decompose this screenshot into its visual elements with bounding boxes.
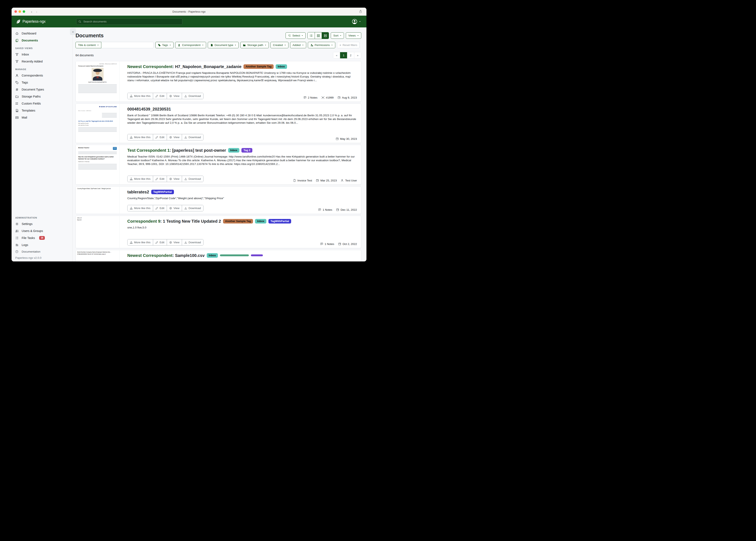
edit-button[interactable]: Edit (153, 93, 167, 99)
view-button[interactable]: View (167, 176, 182, 182)
close-window-button[interactable] (14, 10, 17, 13)
sidebar-item-templates[interactable]: Templates (12, 107, 72, 114)
sidebar-item-document-types[interactable]: Document Types (12, 86, 72, 93)
sidebar-item-mail[interactable]: Mail (12, 114, 72, 121)
recently-added-icon (15, 60, 19, 63)
select-button[interactable]: Select (286, 32, 306, 39)
sidebar-item-inbox[interactable]: Inbox (12, 51, 72, 58)
more-like-this-button[interactable]: More like this (128, 176, 153, 182)
download-button[interactable]: Download (182, 93, 203, 99)
document-title-link[interactable]: 1 Testing New Title Updated 2 (163, 219, 221, 224)
sort-button[interactable]: Sort (331, 32, 344, 39)
sidebar-item-users-groups[interactable]: Users & Groups (12, 228, 72, 235)
tag-inbox[interactable]: Inbox (228, 148, 240, 153)
document-title-link[interactable]: H7_Napoleon_Bonaparte_zadanie (175, 64, 241, 69)
close-icon: × (339, 44, 341, 47)
document-title-link[interactable]: 0004814539_20230531 (127, 107, 171, 111)
reset-filters-button[interactable]: × Reset filters (337, 42, 360, 48)
document-meta: Invoice TestMar 25, 2023Test User (293, 179, 357, 182)
edit-button[interactable]: Edit (153, 134, 167, 140)
user-menu[interactable] (352, 19, 361, 24)
browser-back-button[interactable]: ‹ (30, 10, 33, 14)
document-thumbnail[interactable]: HISTORIA - PRACA DLA CHĘTNYCHFrancja pod… (76, 61, 119, 102)
document-correspondent-link[interactable]: Test Correspondent 1 (127, 148, 170, 153)
edit-button[interactable]: Edit (153, 240, 167, 245)
filter-permissions-button[interactable]: Permissions (308, 42, 335, 48)
tag-item[interactable] (251, 255, 263, 256)
sidebar-item-custom-fields[interactable]: Custom Fields (12, 100, 72, 107)
view-button[interactable]: View (167, 205, 182, 211)
search-input[interactable] (83, 20, 180, 23)
pagination-previous[interactable]: « (333, 52, 340, 58)
filter-query-input[interactable] (101, 42, 154, 48)
pagination-page-2[interactable]: 2 (347, 52, 354, 58)
more-like-this-button[interactable]: More like this (128, 93, 153, 99)
document-thumbnail[interactable]: one,1.0five,5.0 (76, 216, 119, 248)
detail-view-button[interactable] (322, 32, 329, 39)
document-title-link[interactable]: [paperless] test post-owner (172, 148, 226, 153)
sidebar-item-dashboard[interactable]: Dashboard (12, 30, 72, 37)
tag-tagwithpartial[interactable]: TagWithPartial (151, 190, 174, 194)
filter-correspondent-button[interactable]: Correspondent (175, 42, 206, 48)
pagination-page-1[interactable]: 1 (340, 52, 347, 58)
brand[interactable]: Paperless-ngx (12, 19, 72, 24)
sidebar-item-documentation[interactable]: Documentation (12, 249, 72, 255)
tag-inbox[interactable]: Inbox (276, 64, 287, 69)
list-view-button[interactable] (308, 32, 315, 39)
filter-field-button[interactable]: Title & content (76, 42, 101, 48)
tag-tagwithpartial[interactable]: TagWithPartial (268, 219, 291, 224)
person-icon (341, 179, 344, 182)
document-thumbnail[interactable]: Serial Number,Company Name,Employee Mark… (76, 250, 119, 262)
document-thumbnail[interactable]: ✻ BANK OF SCOTLANDBank of Scotland · 108… (76, 104, 119, 143)
sidebar-item-logs[interactable]: Logs (12, 242, 72, 249)
sidebar-item-storage-paths[interactable]: Storage Paths (12, 93, 72, 100)
document-thumbnail[interactable]: Country,Region/State,"Zip/Postal Code","… (76, 187, 119, 214)
global-search[interactable] (76, 18, 182, 25)
tag-inbox[interactable]: Inbox (207, 253, 218, 258)
tag-tag-2[interactable]: Tag 2 (241, 148, 252, 153)
sidebar-item-file-tasks[interactable]: File Tasks16 (12, 235, 72, 242)
sidebar-item-settings[interactable]: Settings (12, 221, 72, 228)
sidebar-item-tags[interactable]: Tags (12, 79, 72, 86)
sidebar-item-recently-added[interactable]: Recently Added (12, 58, 72, 65)
filter-added-button[interactable]: Added (290, 42, 306, 48)
more-like-this-button[interactable]: More like this (128, 134, 153, 140)
share-icon[interactable] (359, 10, 362, 13)
document-correspondent-link[interactable]: Newest Correspondent (127, 64, 172, 69)
download-button[interactable]: Download (182, 240, 203, 245)
sidebar-collapse-button[interactable]: « (70, 28, 76, 35)
document-title-link[interactable]: Sample100.csv (175, 253, 204, 258)
view-button[interactable]: View (167, 240, 182, 245)
document-thumbnail[interactable]: Medical TeacherHas the new Kirkpatrick g… (76, 145, 119, 185)
tag-item[interactable] (220, 255, 249, 256)
filter-document-type-button[interactable]: Document type (208, 42, 239, 48)
document-title-link[interactable]: tablerates2 (127, 190, 149, 194)
download-button[interactable]: Download (182, 176, 203, 182)
document-correspondent-link[interactable]: Correspondent 9 (127, 219, 160, 224)
browser-forward-button[interactable]: › (35, 10, 38, 14)
tag-another-sample-tag[interactable]: Another Sample Tag (243, 64, 273, 69)
document-correspondent-link[interactable]: Newest Correspondent (127, 253, 172, 258)
more-like-this-button[interactable]: More like this (128, 240, 153, 245)
tag-inbox[interactable]: Inbox (255, 219, 266, 224)
sidebar-item-correspondents[interactable]: Correspondents (12, 72, 72, 79)
download-button[interactable]: Download (182, 134, 203, 140)
pagination-next[interactable]: » (354, 52, 361, 58)
download-button[interactable]: Download (182, 205, 203, 211)
zoom-window-button[interactable] (23, 10, 25, 13)
more-like-this-button[interactable]: More like this (128, 205, 153, 211)
views-button[interactable]: Views (346, 32, 361, 39)
view-button[interactable]: View (167, 134, 182, 140)
document-card-5: one,1.0five,5.0 Correspondent 9: 1 Testi… (76, 216, 361, 248)
filter-storage-path-button[interactable]: Storage path (240, 42, 269, 48)
edit-button[interactable]: Edit (153, 205, 167, 211)
filter-created-button[interactable]: Created (271, 42, 288, 48)
tag-another-sample-tag[interactable]: Another Sample Tag (223, 219, 253, 224)
sidebar-item-documents[interactable]: Documents (12, 37, 72, 44)
grid-view-button[interactable] (315, 32, 322, 39)
edit-button[interactable]: Edit (153, 176, 167, 182)
view-button[interactable]: View (167, 93, 182, 99)
chevron-down-icon (340, 35, 341, 37)
minimize-window-button[interactable] (19, 10, 21, 13)
filter-tags-button[interactable]: Tags (155, 42, 174, 48)
